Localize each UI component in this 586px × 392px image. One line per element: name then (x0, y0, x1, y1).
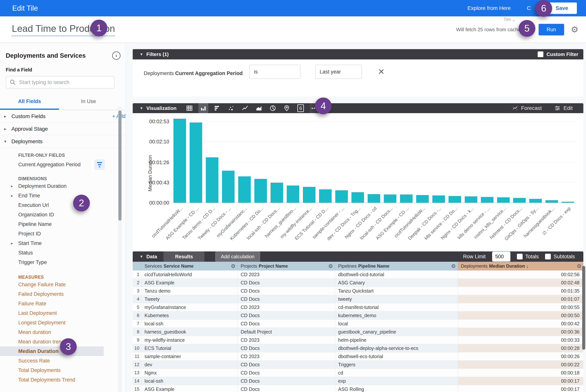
cell-service-name[interactable]: cicdTutorialHelloWorld (141, 270, 238, 279)
single-value-chart-icon[interactable]: 6 (296, 103, 306, 113)
cell-median-duration[interactable]: 00:00:42 (458, 320, 583, 328)
dimension-execution-url[interactable]: Execution Url (0, 200, 125, 210)
bar-17[interactable] (432, 196, 445, 203)
area-chart-icon[interactable] (254, 103, 264, 113)
cell-project-name[interactable]: CD Docs (238, 377, 335, 385)
cell-median-duration[interactable]: 00:00:36 (458, 328, 583, 336)
bar-9[interactable] (303, 187, 315, 203)
dimension-status[interactable]: Status (0, 248, 125, 258)
bar-7[interactable] (271, 183, 283, 203)
table-scrollbar-thumb[interactable] (582, 266, 585, 350)
tab-in-use[interactable]: In Use (59, 98, 118, 110)
cell-service-name[interactable]: myGrafanaInstance (141, 303, 238, 312)
cell-pipeline-name[interactable]: tweety (335, 295, 458, 303)
totals-checkbox[interactable] (517, 254, 523, 260)
column-gear-icon[interactable]: ⚙ (328, 263, 333, 269)
bar-24[interactable] (546, 200, 558, 203)
cell-project-name[interactable]: CD Docs (238, 312, 335, 320)
bar-10[interactable] (319, 189, 332, 203)
cell-median-duration[interactable]: 00:00:55 (458, 303, 583, 312)
cell-service-name[interactable]: local-ssh (141, 320, 238, 328)
cell-pipeline-name[interactable]: ASG Canary (335, 279, 458, 287)
cell-service-name[interactable]: Tanzu demo (141, 287, 238, 295)
measure-longest-deployment[interactable]: Longest Deployment (0, 318, 125, 328)
filter-operator-select[interactable]: is (249, 65, 300, 79)
sidebar-group-deployments[interactable]: ▾Deployments2 (0, 135, 125, 148)
cell-project-name[interactable]: CD Docs (238, 344, 335, 352)
cell-project-name[interactable]: CD 2023 (238, 352, 335, 360)
bar-1[interactable] (173, 119, 186, 203)
bar-20[interactable] (481, 197, 494, 203)
filter-value-select[interactable]: Last year (315, 65, 362, 79)
bar-12[interactable] (351, 192, 364, 203)
bar-19[interactable] (465, 196, 477, 203)
horizontal-bar-chart-icon[interactable] (212, 103, 222, 113)
bar-25[interactable] (562, 202, 574, 203)
bar-11[interactable] (335, 190, 348, 203)
cell-project-name[interactable]: Default Project (238, 328, 335, 336)
collapse-sidebar-icon[interactable]: ‹ (112, 52, 120, 60)
dimension-start-time[interactable]: ▸Start Time (0, 238, 125, 248)
bar-6[interactable] (254, 179, 267, 203)
visualization-section-bar[interactable]: ▼ Visualization 6••• Forecast (133, 103, 583, 113)
bar-4[interactable] (222, 171, 235, 203)
column-header-median-duration[interactable]: DeploymentsMedian Duration ↓⚙ (458, 262, 583, 270)
cell-pipeline-name[interactable]: kubernetes_demo (335, 312, 458, 320)
cell-median-duration[interactable]: 00:00:33 (458, 336, 583, 344)
bar-21[interactable] (497, 197, 510, 203)
bar-15[interactable] (400, 194, 413, 203)
measure-failure-rate[interactable]: Failure Rate (0, 299, 125, 308)
cell-project-name[interactable]: CD Docs (238, 279, 335, 287)
bar-2[interactable] (190, 122, 202, 203)
sidebar-group-custom-fields[interactable]: ▸Custom Fields+ Add (0, 110, 125, 123)
scatter-chart-icon[interactable] (226, 103, 236, 113)
dimension-organization-id[interactable]: Organization ID (0, 210, 125, 220)
bar-14[interactable] (384, 194, 396, 203)
cell-project-name[interactable]: CD 2023 (238, 303, 335, 312)
cell-pipeline-name[interactable]: ASG Rolling (335, 385, 458, 392)
column-gear-icon[interactable]: ⚙ (577, 263, 582, 269)
cell-median-duration[interactable]: 00:00:22 (458, 360, 583, 369)
run-button[interactable]: Run (539, 24, 564, 36)
column-gear-icon[interactable]: ⚙ (451, 263, 456, 269)
bar-8[interactable] (287, 186, 299, 203)
measure-median-duration[interactable]: Median Duration (0, 346, 104, 356)
timezone-selector[interactable]: Tim ⌄ (504, 17, 516, 22)
cell-pipeline-name[interactable]: dbothwell-cicd-tutorial (335, 270, 458, 279)
forecast-button[interactable]: Forecast (512, 105, 542, 111)
cell-project-name[interactable]: CD 2023 (238, 336, 335, 344)
cell-pipeline-name[interactable]: cd-manifest-tutorial (335, 303, 458, 312)
map-chart-icon[interactable] (282, 103, 292, 113)
cell-service-name[interactable]: my-wildfly-instance (141, 336, 238, 344)
cell-project-name[interactable]: CD Docs (238, 360, 335, 369)
bar-23[interactable] (529, 199, 542, 203)
dimension-end-time[interactable]: ▸End Time (0, 191, 125, 200)
cell-pipeline-name[interactable]: exp (335, 377, 458, 385)
cell-project-name[interactable]: CD Docs (238, 320, 335, 328)
cell-pipeline-name[interactable]: local (335, 320, 458, 328)
bar-chart-icon[interactable] (198, 103, 208, 113)
bar-18[interactable] (449, 196, 461, 203)
measure-total-deployments-trend[interactable]: Total Deployments Trend (0, 375, 125, 384)
cell-project-name[interactable]: CD Docs (238, 385, 335, 392)
cell-service-name[interactable]: sample-container (141, 352, 238, 360)
cell-median-duration[interactable]: 00:00:17 (458, 385, 583, 392)
filter-funnel-button[interactable] (94, 159, 105, 170)
cell-median-duration[interactable]: 00:01:35 (458, 287, 583, 295)
cell-pipeline-name[interactable]: cd (335, 369, 458, 377)
cell-median-duration[interactable]: 00:00:26 (458, 352, 583, 360)
column-header-service-name[interactable]: ServicesService Name⚙ (141, 262, 238, 270)
measure-success-rate[interactable]: Success Rate (0, 356, 125, 366)
cell-project-name[interactable]: CD Docs (238, 287, 335, 295)
cell-median-duration[interactable]: 00:02:56 (458, 270, 583, 279)
dimension-project-id[interactable]: Project ID (0, 229, 125, 238)
dimension-pipeline-name[interactable]: Pipeline Name (0, 220, 125, 229)
cell-service-name[interactable]: ASG Example (141, 279, 238, 287)
measure-mean-duration[interactable]: Mean duration (0, 328, 125, 337)
field-current-aggregation-period[interactable]: Current Aggregation Period (0, 158, 125, 171)
cell-pipeline-name[interactable]: dbothwell-deploy-alpha-service-to-ecs (335, 344, 458, 352)
sidebar-group-approval-stage[interactable]: ▸Approval Stage (0, 123, 125, 135)
cell-pipeline-name[interactable]: guestbook_canary_pipeline (335, 328, 458, 336)
cell-pipeline-name[interactable]: helm-pipeline (335, 336, 458, 344)
cell-project-name[interactable]: CD 2023 (238, 270, 335, 279)
